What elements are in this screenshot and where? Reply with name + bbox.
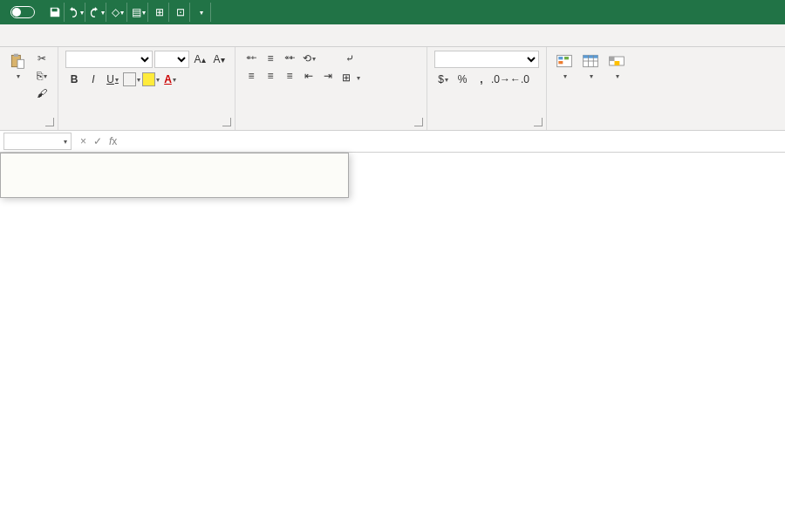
svg-rect-2 bbox=[17, 59, 24, 68]
group-font: A▴ A▾ B I U▾ ▾ ▾ A▾ bbox=[58, 47, 236, 130]
svg-rect-5 bbox=[558, 61, 563, 64]
ribbon: ▾ ✂ ⎘▾ 🖌 A▴ A▾ B I U▾ ▾ ▾ A▾ bbox=[0, 47, 785, 131]
wrap-text-button[interactable]: ⤶ bbox=[342, 51, 360, 66]
group-alignment: ⬴ ≡ ⬵ ⟲▾ ≡ ≡ ≡ ⇤ ⇥ ⤶ ⊞ ▾ bbox=[236, 47, 427, 130]
qat-button-4[interactable]: ⊡ bbox=[171, 3, 190, 22]
conditional-formatting-button[interactable]: ▾ bbox=[554, 51, 575, 83]
increase-font-button[interactable]: A▴ bbox=[191, 51, 208, 67]
group-styles: ▾ ▾ ▾ bbox=[547, 47, 634, 130]
title-bar: ▾ ▾ ◇▾ ▤▾ ⊞ ⊡ ▾ bbox=[0, 0, 785, 24]
decrease-decimal-button[interactable]: ←.0 bbox=[511, 72, 529, 87]
cancel-formula-icon[interactable]: × bbox=[80, 135, 86, 147]
italic-button[interactable]: I bbox=[85, 72, 102, 87]
align-left-button[interactable]: ≡ bbox=[242, 68, 260, 84]
qa-tabs bbox=[1, 153, 348, 162]
qat-more-button[interactable]: ▾ bbox=[192, 3, 211, 22]
dialog-launcher-icon[interactable] bbox=[45, 118, 54, 126]
dialog-launcher-icon[interactable] bbox=[414, 118, 423, 126]
svg-rect-14 bbox=[615, 61, 620, 65]
qat-button-2[interactable]: ▤▾ bbox=[129, 3, 148, 22]
save-button[interactable] bbox=[45, 3, 65, 22]
align-bottom-button[interactable]: ⬵ bbox=[281, 51, 298, 66]
menu-bar bbox=[0, 24, 785, 47]
increase-indent-button[interactable]: ⇥ bbox=[319, 68, 337, 84]
qat-button-1[interactable]: ◇▾ bbox=[108, 3, 127, 22]
name-box[interactable]: ▾ bbox=[3, 133, 72, 150]
decrease-font-button[interactable]: A▾ bbox=[210, 51, 228, 67]
paste-button[interactable]: ▾ bbox=[7, 51, 28, 83]
increase-decimal-button[interactable]: .0→ bbox=[492, 72, 509, 87]
qa-items bbox=[1, 162, 348, 180]
qa-description bbox=[1, 180, 348, 197]
align-middle-button[interactable]: ≡ bbox=[262, 51, 279, 66]
align-center-button[interactable]: ≡ bbox=[262, 68, 279, 84]
comma-button[interactable]: , bbox=[473, 72, 490, 87]
svg-rect-1 bbox=[14, 54, 18, 57]
bold-button[interactable]: B bbox=[65, 72, 83, 87]
decrease-indent-button[interactable]: ⇤ bbox=[300, 68, 317, 84]
svg-rect-6 bbox=[564, 57, 569, 59]
toggle-off-icon bbox=[10, 6, 35, 18]
svg-rect-4 bbox=[558, 57, 563, 59]
quick-analysis-popup bbox=[0, 153, 349, 198]
font-color-button[interactable]: A▾ bbox=[161, 72, 179, 87]
underline-button[interactable]: U▾ bbox=[104, 72, 121, 87]
undo-button[interactable]: ▾ bbox=[66, 3, 85, 22]
cut-button[interactable]: ✂ bbox=[33, 51, 51, 66]
format-painter-button[interactable]: 🖌 bbox=[33, 85, 51, 101]
copy-button[interactable]: ⎘▾ bbox=[33, 68, 51, 84]
format-as-table-button[interactable]: ▾ bbox=[580, 51, 601, 83]
cell-styles-button[interactable]: ▾ bbox=[606, 51, 627, 83]
qat-button-3[interactable]: ⊞ bbox=[150, 3, 169, 22]
autosave-toggle[interactable] bbox=[0, 6, 42, 18]
dialog-launcher-icon[interactable] bbox=[222, 118, 231, 126]
enter-formula-icon[interactable]: ✓ bbox=[93, 135, 102, 147]
percent-button[interactable]: % bbox=[454, 72, 471, 87]
group-label bbox=[242, 126, 420, 128]
font-size-select[interactable] bbox=[154, 51, 189, 68]
dialog-launcher-icon[interactable] bbox=[534, 118, 543, 126]
svg-rect-8 bbox=[584, 55, 598, 58]
font-family-select[interactable] bbox=[65, 51, 153, 68]
number-format-select[interactable] bbox=[434, 51, 539, 68]
merge-center-button[interactable]: ⊞ ▾ bbox=[342, 70, 360, 85]
fx-icon[interactable]: fx bbox=[109, 135, 117, 147]
group-clipboard: ▾ ✂ ⎘▾ 🖌 bbox=[0, 47, 58, 130]
quick-access-toolbar: ▾ ▾ ◇▾ ▤▾ ⊞ ⊡ ▾ bbox=[42, 3, 211, 22]
currency-button[interactable]: $▾ bbox=[434, 72, 452, 87]
align-top-button[interactable]: ⬴ bbox=[242, 51, 260, 66]
border-button[interactable]: ▾ bbox=[123, 72, 140, 87]
fill-color-button[interactable]: ▾ bbox=[142, 72, 160, 87]
redo-button[interactable]: ▾ bbox=[87, 3, 106, 22]
align-right-button[interactable]: ≡ bbox=[281, 68, 298, 84]
group-label bbox=[65, 126, 228, 128]
svg-rect-13 bbox=[610, 57, 615, 61]
group-number: $▾ % , .0→ ←.0 bbox=[427, 47, 547, 130]
formula-bar: ▾ × ✓ fx bbox=[0, 131, 785, 153]
group-label bbox=[434, 126, 539, 128]
orientation-button[interactable]: ⟲▾ bbox=[300, 51, 317, 66]
group-label bbox=[7, 126, 51, 128]
group-label bbox=[554, 126, 627, 128]
